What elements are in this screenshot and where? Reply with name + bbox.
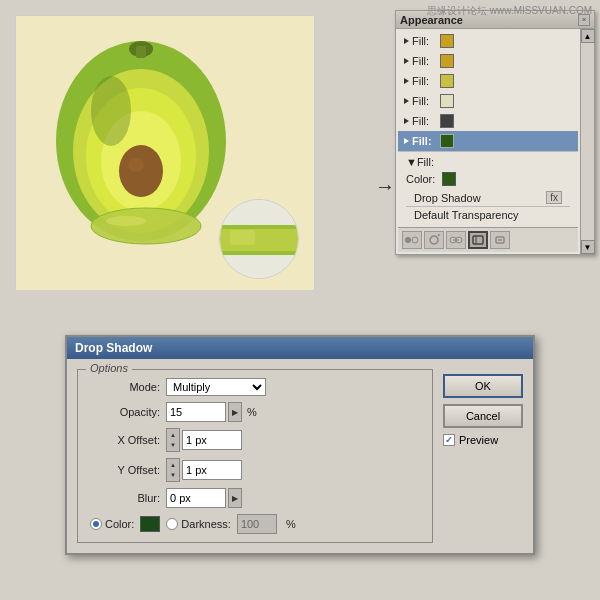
preview-label: Preview: [459, 434, 498, 446]
y-offset-spinner[interactable]: ▲ ▼: [166, 458, 180, 482]
fill-color-row: Color:: [406, 172, 570, 186]
watermark: 思缘设计论坛 www.MISSVUAN.COM: [427, 4, 592, 18]
svg-point-23: [405, 237, 411, 243]
darkness-unit: %: [286, 518, 296, 530]
fill-row-1[interactable]: Fill:: [398, 31, 578, 51]
fill-label-3: Fill:: [412, 75, 436, 87]
opacity-label: Opacity:: [90, 406, 160, 418]
fill-label-2: Fill:: [412, 55, 436, 67]
x-offset-input-group: ▲ ▼: [166, 428, 242, 452]
mode-select-wrapper: Multiply Normal Screen Overlay: [166, 378, 266, 396]
blur-input-group: ▶: [166, 488, 242, 508]
top-section: → Appearance × Fill: Fill:: [0, 0, 600, 290]
preview-checkbox[interactable]: ✓: [443, 434, 455, 446]
svg-marker-21: [404, 118, 409, 124]
toolbar-btn-4[interactable]: [468, 231, 488, 249]
fill-row-4[interactable]: Fill:: [398, 91, 578, 111]
x-offset-row: X Offset: ▲ ▼: [90, 428, 420, 452]
dialog-body: Options Mode: Multiply Normal Screen Ove…: [67, 359, 533, 553]
x-offset-spinner[interactable]: ▲ ▼: [166, 428, 180, 452]
dialog-right: OK Cancel ✓ Preview: [443, 369, 523, 543]
canvas-area: [15, 15, 315, 295]
y-offset-label: Y Offset:: [90, 464, 160, 476]
fill-expanded: ▼Fill: Color: Drop Shadow fx Default Tra…: [398, 151, 578, 227]
mode-select[interactable]: Multiply Normal Screen Overlay: [166, 378, 266, 396]
svg-rect-16: [230, 230, 255, 245]
x-offset-label: X Offset:: [90, 434, 160, 446]
bottom-section: Drop Shadow Options Mode: Multiply Norma…: [0, 290, 600, 600]
blur-input[interactable]: [166, 488, 226, 508]
toolbar-btn-3[interactable]: [446, 231, 466, 249]
svg-point-8: [91, 76, 131, 146]
fill-color-label: Color:: [406, 173, 436, 185]
darkness-radio-label[interactable]: Darkness:: [166, 518, 231, 530]
opacity-input-group: ▶ %: [166, 402, 257, 422]
fill-swatch-6[interactable]: [440, 134, 454, 148]
fill-row-5[interactable]: Fill:: [398, 111, 578, 131]
svg-point-5: [128, 158, 144, 172]
y-offset-row: Y Offset: ▲ ▼: [90, 458, 420, 482]
darkness-text: Darkness:: [181, 518, 231, 530]
fill-label-6: Fill:: [412, 135, 436, 147]
drop-shadow-dialog: Drop Shadow Options Mode: Multiply Norma…: [65, 335, 535, 555]
checkbox-check-icon: ✓: [445, 435, 453, 445]
svg-marker-22: [404, 138, 409, 144]
fill-swatch-3[interactable]: [440, 74, 454, 88]
svg-marker-19: [404, 78, 409, 84]
opacity-unit: %: [247, 406, 257, 418]
blur-arrow-btn[interactable]: ▶: [228, 488, 242, 508]
fill-expanded-title: ▼Fill:: [406, 156, 570, 168]
svg-marker-20: [404, 98, 409, 104]
fill-swatch-4[interactable]: [440, 94, 454, 108]
dialog-left: Options Mode: Multiply Normal Screen Ove…: [77, 369, 433, 543]
panel-scrollbar[interactable]: ▲ ▼: [580, 29, 594, 254]
color-radio[interactable]: [90, 518, 102, 530]
fill-row-3[interactable]: Fill:: [398, 71, 578, 91]
fill-row-2[interactable]: Fill:: [398, 51, 578, 71]
color-radio-label[interactable]: Color:: [90, 518, 134, 530]
opacity-input[interactable]: [166, 402, 226, 422]
scroll-down-btn[interactable]: ▼: [581, 240, 595, 254]
fill-row-6-selected[interactable]: Fill:: [398, 131, 578, 151]
mode-row: Mode: Multiply Normal Screen Overlay: [90, 378, 420, 396]
svg-rect-15: [220, 251, 299, 255]
svg-point-24: [412, 237, 418, 243]
svg-rect-7: [136, 46, 146, 58]
opacity-arrow-btn[interactable]: ▶: [228, 402, 242, 422]
cancel-button[interactable]: Cancel: [443, 404, 523, 428]
fill-swatch-5[interactable]: [440, 114, 454, 128]
fill-swatch-2[interactable]: [440, 54, 454, 68]
x-offset-input[interactable]: [182, 430, 242, 450]
fill-swatch-1[interactable]: [440, 34, 454, 48]
svg-marker-18: [404, 58, 409, 64]
dialog-titlebar: Drop Shadow: [67, 337, 533, 359]
ok-button[interactable]: OK: [443, 374, 523, 398]
color-swatch-large[interactable]: [140, 516, 160, 532]
blur-row: Blur: ▶: [90, 488, 420, 508]
toolbar-btn-2[interactable]: [424, 231, 444, 249]
fill-label-4: Fill:: [412, 95, 436, 107]
darkness-input: [237, 514, 277, 534]
options-group: Options Mode: Multiply Normal Screen Ove…: [77, 369, 433, 543]
fill-label-5: Fill:: [412, 115, 436, 127]
drop-shadow-text: Drop Shadow: [414, 192, 481, 204]
fill-label-1: Fill:: [412, 35, 436, 47]
darkness-radio[interactable]: [166, 518, 178, 530]
mode-label: Mode:: [90, 381, 160, 393]
scroll-up-btn[interactable]: ▲: [581, 29, 595, 43]
transparency-row: Default Transparency: [406, 206, 570, 223]
color-text: Color:: [105, 518, 134, 530]
fx-button[interactable]: fx: [546, 191, 562, 204]
toolbar-btn-5[interactable]: [490, 231, 510, 249]
svg-line-26: [438, 234, 440, 236]
appearance-panel: Appearance × Fill: Fill:: [395, 10, 595, 255]
fill-color-swatch[interactable]: [442, 172, 456, 186]
preview-row: ✓ Preview: [443, 434, 523, 446]
y-offset-input[interactable]: [182, 460, 242, 480]
arrow-indicator: →: [375, 175, 395, 198]
toolbar-btn-1[interactable]: [402, 231, 422, 249]
svg-rect-30: [473, 236, 483, 244]
y-offset-input-group: ▲ ▼: [166, 458, 242, 482]
svg-point-4: [119, 145, 163, 197]
options-legend: Options: [86, 362, 132, 374]
